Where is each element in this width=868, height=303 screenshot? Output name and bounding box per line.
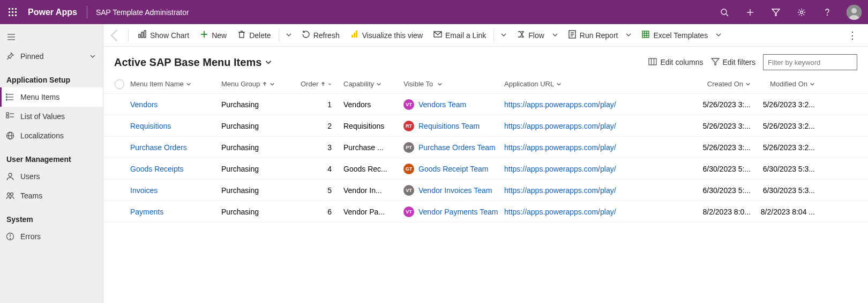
filter-keyword-input[interactable] (763, 54, 857, 70)
chart-icon (138, 30, 147, 40)
edit-filters-button[interactable]: Edit filters (711, 57, 755, 68)
cell-capability: Requisitions (343, 122, 403, 130)
table-row[interactable]: VendorsPurchasing1VendorsVTVendors Teamh… (103, 94, 868, 115)
visualize-label: Visualize this view (362, 31, 423, 40)
brand-label: Power Apps (26, 8, 84, 17)
menu-item-name-link[interactable]: Purchase Orders (130, 143, 187, 152)
more-commands-button[interactable]: ⋮ (841, 29, 864, 41)
column-header-name[interactable]: Menu Item Name (130, 80, 221, 88)
url-link[interactable]: https://apps.powerapps.com/play/ (504, 186, 616, 195)
url-link[interactable]: https://apps.powerapps.com/play/ (504, 208, 616, 216)
excel-templates-dropdown[interactable] (712, 29, 725, 42)
column-header-created[interactable]: Created On (692, 80, 756, 88)
delete-button[interactable]: Delete (233, 27, 275, 43)
run-report-dropdown[interactable] (622, 29, 635, 42)
user-icon (5, 172, 15, 181)
menu-item-name-link[interactable]: Goods Receipts (130, 165, 184, 173)
settings-icon[interactable] (789, 0, 814, 24)
user-avatar[interactable] (847, 5, 862, 20)
column-header-capability[interactable]: Capability (343, 80, 403, 88)
divider (279, 29, 279, 42)
delete-dropdown[interactable] (282, 29, 295, 42)
checklist-icon (5, 112, 15, 121)
menu-item-name-link[interactable]: Requisitions (130, 122, 171, 130)
hamburger-icon[interactable] (0, 27, 103, 47)
sidebar-item-localizations[interactable]: Localizations (0, 126, 103, 145)
sort-asc-icon (320, 82, 326, 87)
table-row[interactable]: InvoicesPurchasing5Vendor In...VTVendor … (103, 180, 868, 201)
svg-rect-3 (9, 11, 10, 13)
menu-item-name-link[interactable]: Vendors (130, 100, 158, 109)
sidebar-pinned[interactable]: Pinned (0, 47, 103, 66)
column-header-modified[interactable]: Modified On (756, 80, 820, 88)
error-icon (5, 232, 15, 241)
show-chart-button[interactable]: Show Chart (134, 27, 193, 43)
flow-button[interactable]: Flow (512, 27, 549, 43)
edit-columns-button[interactable]: Edit columns (648, 57, 703, 68)
cell-modified: 5/26/2023 3:2... (756, 143, 820, 152)
select-all-checkbox[interactable] (109, 79, 130, 89)
app-launcher-icon[interactable] (0, 0, 26, 24)
run-report-button[interactable]: Run Report (564, 27, 623, 43)
visualize-button[interactable]: Visualize this view (346, 27, 427, 43)
menu-item-name-link[interactable]: Payments (130, 208, 163, 216)
sidebar-item-label: Errors (20, 232, 41, 241)
cell-modified: 8/2/2023 8:04 ... (756, 208, 820, 216)
excel-templates-button[interactable]: Excel Templates (637, 27, 712, 43)
email-link-button[interactable]: Email a Link (429, 27, 490, 43)
svg-rect-27 (6, 113, 9, 115)
sidebar-section-system: System (0, 205, 103, 227)
cell-group: Purchasing (221, 122, 301, 130)
column-header-url[interactable]: Application URL (504, 80, 692, 88)
url-link[interactable]: https://apps.powerapps.com/play/ (504, 143, 616, 152)
team-link[interactable]: Requisitions Team (418, 122, 480, 130)
team-link[interactable]: Vendor Invoices Team (418, 186, 492, 195)
sidebar-item-teams[interactable]: Teams (0, 186, 103, 205)
column-header-visible-to[interactable]: Visible To (403, 80, 504, 88)
run-report-label: Run Report (580, 31, 618, 40)
table-row[interactable]: RequisitionsPurchasing2RequisitionsRTReq… (103, 115, 868, 137)
url-link[interactable]: https://apps.powerapps.com/play/ (504, 122, 616, 130)
svg-rect-48 (351, 35, 353, 38)
table-row[interactable]: Goods ReceiptsPurchasing4Goods Rec...GTG… (103, 158, 868, 180)
table-row[interactable]: PaymentsPurchasing6Vendor Pa...VTVendor … (103, 201, 868, 223)
svg-point-36 (11, 193, 13, 196)
sidebar-item-users[interactable]: Users (0, 167, 103, 186)
sidebar-section-user-management: User Management (0, 145, 103, 167)
view-title-dropdown[interactable]: Active SAP Base Menu Items (114, 56, 272, 69)
help-icon[interactable] (814, 0, 840, 24)
url-link[interactable]: https://apps.powerapps.com/play/ (504, 165, 616, 173)
menu-item-name-link[interactable]: Invoices (130, 186, 158, 195)
table-header: Menu Item Name Menu Group Order Capabili… (103, 75, 868, 94)
team-link[interactable]: Goods Receipt Team (418, 165, 488, 173)
team-link[interactable]: Vendor Payments Team (418, 208, 498, 216)
refresh-icon (302, 30, 310, 40)
column-header-group[interactable]: Menu Group (221, 80, 301, 88)
sidebar-item-list-of-values[interactable]: List of Values (0, 107, 103, 126)
excel-templates-label: Excel Templates (653, 31, 708, 40)
sidebar-item-label: Teams (20, 191, 42, 200)
column-header-order[interactable]: Order (301, 80, 343, 88)
cell-visible-to: PTPurchase Orders Team (403, 142, 504, 153)
url-link[interactable]: https://apps.powerapps.com/play/ (504, 100, 616, 109)
top-bar: Power Apps SAP Template Administrator (0, 0, 868, 24)
svg-rect-40 (139, 34, 140, 38)
svg-rect-45 (240, 32, 244, 38)
search-icon[interactable] (712, 0, 737, 24)
refresh-button[interactable]: Refresh (297, 27, 344, 43)
svg-point-14 (800, 11, 803, 13)
flow-dropdown[interactable] (549, 29, 562, 42)
team-link[interactable]: Vendors Team (418, 100, 466, 109)
svg-point-25 (6, 97, 8, 98)
team-link[interactable]: Purchase Orders Team (418, 143, 496, 152)
svg-rect-50 (356, 31, 357, 38)
add-icon[interactable] (737, 0, 763, 24)
svg-rect-8 (15, 14, 17, 16)
sidebar-item-menu-items[interactable]: Menu Items (0, 87, 103, 107)
email-link-dropdown[interactable] (497, 29, 510, 42)
table-row[interactable]: Purchase OrdersPurchasing3Purchase ...PT… (103, 137, 868, 158)
sidebar-item-errors[interactable]: Errors (0, 227, 103, 246)
filter-icon[interactable] (763, 0, 789, 24)
new-button[interactable]: New (196, 27, 231, 43)
back-button[interactable] (108, 28, 123, 43)
